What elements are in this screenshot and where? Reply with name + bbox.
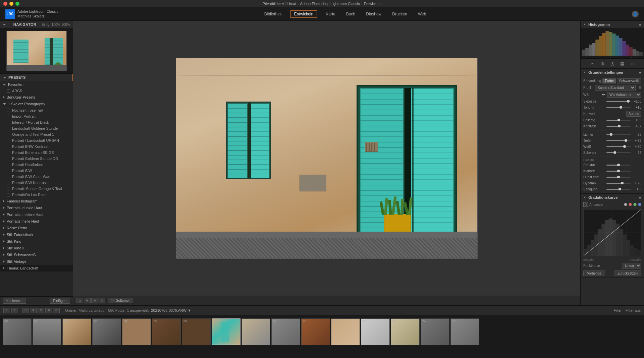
thumb-64[interactable]: 64 bbox=[122, 318, 151, 345]
page-2-btn[interactable]: 2 bbox=[11, 308, 18, 313]
slider-track-dynamik[interactable] bbox=[606, 183, 631, 184]
preset-group-header-sk2[interactable]: Stil: Kino II bbox=[0, 245, 73, 251]
nav-karte[interactable]: Karte bbox=[324, 10, 337, 18]
preset-group-header-sf[interactable]: Stil: Futuristisch bbox=[0, 231, 73, 238]
nav-web[interactable]: Web bbox=[416, 10, 428, 18]
thumb-60[interactable]: 60 bbox=[3, 318, 32, 345]
behandlung-sw-btn[interactable]: Schwarzweiß bbox=[617, 78, 641, 83]
preset-item-9[interactable]: Portrait Goldene Stunde DD bbox=[0, 156, 73, 162]
close-button[interactable] bbox=[3, 2, 7, 6]
einfuegen-button[interactable]: Einfügen bbox=[50, 298, 70, 304]
preset-item-1[interactable]: Hochzeit_rose_hell bbox=[0, 107, 73, 113]
slider-track-lichter[interactable] bbox=[606, 134, 631, 135]
preset-item-7[interactable]: Portrait BNW Kontrast bbox=[0, 143, 73, 150]
brush-tool-icon[interactable]: ○ bbox=[630, 61, 636, 67]
preset-group-header-pm[interactable]: Portraits: mittlere Haut bbox=[0, 211, 73, 218]
preset-item-13[interactable]: Portrait S/W Kontrast bbox=[0, 180, 73, 186]
slider-track-sattigung[interactable] bbox=[606, 189, 631, 190]
thumb-65[interactable]: 65 bbox=[152, 318, 181, 345]
preset-item-11[interactable]: Portrait S/W bbox=[0, 168, 73, 174]
slider-track-struktur[interactable] bbox=[606, 165, 631, 166]
slider-track-kontrast[interactable] bbox=[606, 126, 631, 127]
prev-button[interactable]: Vorherige bbox=[583, 271, 605, 276]
thumb-63[interactable]: 63 bbox=[92, 318, 121, 345]
slider-track-belichtung[interactable] bbox=[606, 120, 631, 121]
grundeinstellungen-header[interactable]: ▼ Grundeinstellungen ≡ bbox=[581, 69, 644, 76]
preset-group-header-favoriten[interactable]: Favoriten bbox=[0, 81, 73, 88]
thumb-70[interactable]: 70 bbox=[301, 318, 330, 345]
preset-group-header-reise[interactable]: Reise: Retro bbox=[0, 225, 73, 231]
preset-group-header-sv[interactable]: Stil: Vintage bbox=[0, 258, 73, 265]
preset-item-2[interactable]: Import Portrait bbox=[0, 113, 73, 119]
thumb-72[interactable]: 72 bbox=[361, 318, 390, 345]
preset-group-header-ph[interactable]: Portraits: helle Haut bbox=[0, 218, 73, 225]
preset-item-3[interactable]: Intereur / Porträt Black bbox=[0, 119, 73, 125]
maximize-button[interactable] bbox=[15, 2, 19, 6]
kopieren-button[interactable]: Kopieren... bbox=[3, 298, 26, 304]
page-1-btn[interactable]: 1 bbox=[3, 308, 10, 313]
curve-white-dot[interactable] bbox=[624, 203, 627, 206]
thumb-61[interactable]: 61 bbox=[33, 318, 61, 345]
preset-group-header-benutzer[interactable]: Benutzer-Presets bbox=[0, 94, 73, 101]
crop-tool-icon[interactable]: ✂ bbox=[589, 61, 595, 67]
slider-track-tonung[interactable] bbox=[606, 107, 631, 108]
preset-item-14[interactable]: Portrait: Sunset Orange & Teal bbox=[0, 186, 73, 192]
thumb-69[interactable]: 69 bbox=[271, 318, 300, 345]
nav-entwickeln[interactable]: Entwickeln bbox=[290, 10, 317, 18]
zurucksetzen-button[interactable]: Zurücksetzen bbox=[614, 271, 641, 276]
slider-track-klarheit[interactable] bbox=[606, 171, 631, 172]
gradationskurve-header[interactable]: ▼ Gradationskurve ≡ bbox=[581, 194, 644, 201]
single-view-btn[interactable]: ◻ bbox=[76, 298, 83, 303]
kurve-type-select[interactable]: Linear bbox=[622, 263, 641, 268]
filmstrip-view-btn-3[interactable]: ⊟ bbox=[38, 308, 44, 313]
window-controls[interactable] bbox=[3, 2, 19, 6]
preset-item-8[interactable]: Portrait Bohemian BEIGE bbox=[0, 150, 73, 156]
curve-blue-dot[interactable] bbox=[638, 203, 641, 206]
gradationskurve-menu[interactable]: ≡ bbox=[639, 195, 641, 199]
grundeinstellungen-menu[interactable]: ≡ bbox=[639, 70, 641, 74]
grid-view-btn[interactable]: ⊠ bbox=[99, 298, 105, 303]
compare-view-btn[interactable]: ⊞ bbox=[84, 298, 91, 303]
slider-track-dunst[interactable] bbox=[606, 177, 631, 178]
preset-item-12[interactable]: Portrait S/W Clear Warm bbox=[0, 174, 73, 180]
thumb-68[interactable]: 68 bbox=[241, 318, 270, 345]
preset-item-5[interactable]: Orange and Teal Preset 1 bbox=[0, 131, 73, 137]
slider-track-sxposge[interactable] bbox=[606, 101, 631, 102]
nav-buch[interactable]: Buch bbox=[344, 10, 357, 18]
thumb-67[interactable]: 67 bbox=[212, 318, 240, 345]
preset-item-15[interactable]: Portrait/On Los Rose bbox=[0, 192, 73, 198]
histogram-header[interactable]: ▼ Histogramm ≡ bbox=[581, 21, 644, 28]
wb-eyedropper-icon[interactable]: ✒ bbox=[601, 92, 606, 98]
redeye-tool-icon[interactable]: ◎ bbox=[609, 61, 615, 67]
heal-tool-icon[interactable]: ⊕ bbox=[599, 61, 605, 67]
filmstrip-view-btn-1[interactable]: ◻ bbox=[22, 308, 29, 313]
preset-group-header-tl[interactable]: Thema: Landschaft bbox=[0, 265, 73, 272]
thumb-74[interactable]: 74 bbox=[421, 318, 449, 345]
nav-diashow[interactable]: Diashow bbox=[364, 10, 383, 18]
preset-group-header-ssw[interactable]: Stil: Schwarzweiß bbox=[0, 251, 73, 258]
nav-bibliothek[interactable]: Bibliothek bbox=[262, 10, 284, 18]
histogram-menu-icon[interactable]: ≡ bbox=[639, 22, 641, 26]
wb-select[interactable]: Wie Aufnahme bbox=[607, 92, 641, 98]
auto-button[interactable]: Autoris bbox=[626, 111, 641, 117]
preset-item-4[interactable]: Landschaft Goldene Stunde bbox=[0, 125, 73, 131]
thumb-71[interactable]: 71 bbox=[331, 318, 360, 345]
preset-item-6[interactable]: Portrait / Landschaft URBAN bbox=[0, 137, 73, 143]
profil-browse-icon[interactable]: ⊞ bbox=[638, 85, 641, 90]
nav-drucken[interactable]: Drucken bbox=[390, 10, 409, 18]
preset-item-arg5[interactable]: ARG5 bbox=[0, 88, 73, 94]
curve-red-dot[interactable] bbox=[629, 203, 632, 206]
minimize-button[interactable] bbox=[9, 2, 13, 6]
curve-green-dot[interactable] bbox=[633, 203, 637, 206]
slider-track-tiefen[interactable] bbox=[606, 140, 631, 141]
gradient-tool-icon[interactable]: ▦ bbox=[620, 61, 626, 67]
slider-track-weiss[interactable] bbox=[606, 146, 631, 147]
preset-item-10[interactable]: Portrait Hautfarben bbox=[0, 162, 73, 168]
thumb-66[interactable]: 66 bbox=[182, 318, 211, 345]
filmstrip-view-btn-4[interactable]: ⊠ bbox=[45, 308, 52, 313]
presets-header[interactable]: Presets bbox=[0, 74, 73, 81]
preset-group-header-skaletz[interactable]: 1.Skaletz Photography bbox=[0, 101, 73, 107]
thumb-73[interactable]: 73 bbox=[391, 318, 420, 345]
softproof-button[interactable]: ⬛ Softproof bbox=[108, 298, 132, 303]
preset-group-header-famous[interactable]: Famous Instagram bbox=[0, 198, 73, 204]
